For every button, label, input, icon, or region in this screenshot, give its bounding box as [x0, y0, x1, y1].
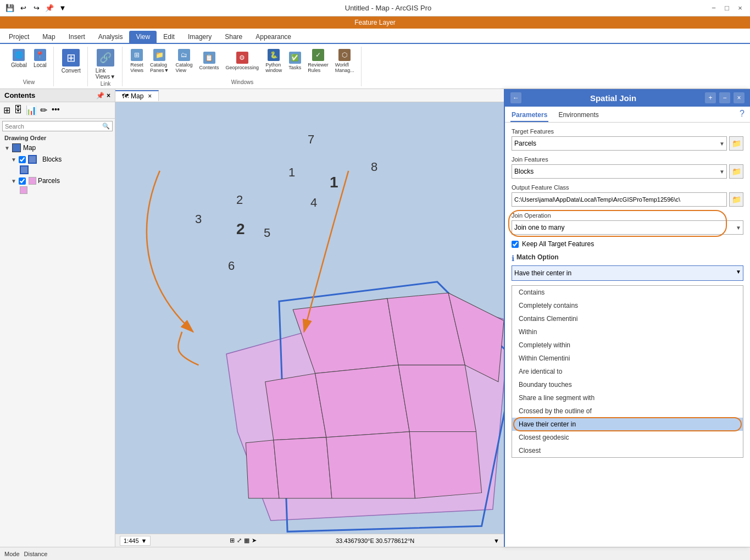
tab-environments[interactable]: Environments [557, 109, 599, 122]
reviewer-rules-btn[interactable]: ✓ ReviewerRules [305, 48, 331, 74]
link-views-btn[interactable]: 🔗 LinkViews▼ [93, 48, 118, 81]
geo-close-btn[interactable]: × [734, 92, 745, 103]
list-view-icon[interactable]: ⊞ [2, 104, 12, 116]
coord-unit-icon: ▼ [493, 537, 499, 544]
map-expand-icon[interactable]: ▼ [4, 145, 10, 151]
layer-group-parcels: ▼ Parcels [0, 175, 115, 186]
join-features-select[interactable]: Blocks [512, 164, 727, 179]
option-contains-clementini[interactable]: Contains Clementini [512, 312, 743, 325]
svg-marker-7 [315, 365, 410, 437]
option-within[interactable]: Within [512, 325, 743, 339]
geo-help-btn[interactable]: ? [740, 109, 745, 122]
option-closest-geodesic[interactable]: Closest geodesic [512, 431, 743, 444]
output-path-display[interactable]: C:\Users\jamal\AppData\Local\Temp\ArcGIS… [512, 192, 727, 207]
edit-view-icon[interactable]: ✏ [39, 104, 48, 116]
geo-add-btn[interactable]: + [705, 92, 716, 103]
keep-all-label: Keep All Target Features [522, 240, 594, 248]
pin-panel-icon[interactable]: 📌 [96, 92, 104, 99]
option-are-identical-to[interactable]: Are identical to [512, 365, 743, 378]
undo-btn[interactable]: ↩ [18, 3, 29, 14]
windows-icons: ⊞ ResetViews 📁 CatalogPanes▼ 🗂 CatalogVi… [128, 48, 356, 74]
search-input[interactable] [5, 123, 102, 130]
tab-map[interactable]: Map [36, 31, 62, 43]
match-option-select[interactable]: Have their center in [512, 265, 743, 281]
option-completely-within[interactable]: Completely within [512, 339, 743, 352]
grid-icon[interactable]: ⊞ [230, 537, 235, 544]
option-share-line-segment[interactable]: Share a line segment with [512, 391, 743, 404]
convert-btn[interactable]: ⊞ Convert [59, 48, 83, 75]
option-within-clementini[interactable]: Within Clementini [512, 352, 743, 365]
pin-btn[interactable]: 📌 [44, 3, 55, 14]
keep-all-checkbox[interactable] [512, 241, 519, 248]
reset-views-btn[interactable]: ⊞ ResetViews [128, 48, 146, 74]
tab-project[interactable]: Project [2, 31, 36, 43]
table-icon[interactable]: ▦ [244, 537, 249, 544]
tab-appearance[interactable]: Appearance [249, 31, 298, 43]
reviewer-label: ReviewerRules [308, 62, 329, 73]
chart-view-icon[interactable]: 📊 [25, 104, 38, 116]
blocks-layer-label[interactable]: Blocks [38, 154, 66, 164]
parcels-layer-label[interactable]: Parcels [38, 177, 60, 185]
local-btn[interactable]: 📍 Local [31, 48, 49, 69]
map-area: 🗺 Map × [115, 89, 504, 547]
map-tab-close[interactable]: × [148, 92, 152, 100]
close-panel-icon[interactable]: × [107, 92, 110, 99]
geo-back-btn[interactable]: ← [510, 92, 521, 103]
geoprocessing-label: Geoprocessing [226, 65, 259, 70]
blocks-swatch [28, 155, 37, 164]
option-boundary-touches[interactable]: Boundary touches [512, 378, 743, 391]
option-contains[interactable]: Contains [512, 286, 743, 299]
option-closest[interactable]: Closest [512, 444, 743, 457]
extent-icon[interactable]: ⤢ [237, 537, 242, 544]
navigate-icon[interactable]: ➤ [252, 537, 257, 544]
target-features-folder[interactable]: 📁 [729, 136, 743, 151]
maximize-window[interactable]: □ [721, 3, 732, 14]
scale-selector[interactable]: 1:445 ▼ [120, 536, 151, 546]
catalog-view-btn[interactable]: 🗂 CatalogView [174, 48, 195, 74]
workflow-manager-btn[interactable]: ⬡ WorkflManag... [333, 48, 357, 74]
close-window[interactable]: × [735, 3, 746, 14]
parcels-expand-icon[interactable]: ▼ [4, 178, 16, 184]
map-tab[interactable]: 🗺 Map × [115, 90, 159, 101]
option-completely-contains[interactable]: Completely contains [512, 299, 743, 312]
option-have-center-in[interactable]: Have their center in [512, 418, 743, 431]
tab-parameters[interactable]: Parameters [510, 109, 548, 122]
more-icon[interactable]: ••• [49, 104, 62, 116]
ribbon-group-windows: ⊞ ResetViews 📁 CatalogPanes▼ 🗂 CatalogVi… [124, 47, 361, 86]
tab-insert[interactable]: Insert [62, 31, 92, 43]
contents-btn[interactable]: 📋 Contents [197, 51, 221, 71]
tab-view[interactable]: View [129, 31, 157, 43]
catalog-view-label: CatalogView [176, 62, 193, 73]
search-box[interactable]: 🔍 [2, 121, 113, 131]
minimize-window[interactable]: − [708, 3, 719, 14]
blocks-checkbox[interactable] [19, 156, 26, 163]
option-crossed-by[interactable]: Crossed by the outline of [512, 404, 743, 418]
target-features-select[interactable]: Parcels [512, 136, 727, 151]
match-option-info-icon[interactable]: ℹ [512, 254, 514, 263]
match-dropdown-list[interactable]: Contains Completely contains Contains Cl… [512, 285, 743, 458]
dropdown-arrow[interactable]: ▼ [57, 3, 68, 14]
map-layer-label[interactable]: Map [23, 144, 36, 152]
tab-share[interactable]: Share [218, 31, 249, 43]
tab-edit[interactable]: Edit [157, 31, 181, 43]
join-features-row: Blocks ▼ 📁 [512, 164, 743, 179]
toolbar-icons: ⊞ 🗄 📊 ✏ ••• [2, 104, 62, 116]
tasks-btn[interactable]: ✅ Tasks [286, 51, 303, 71]
catalog-panes-btn[interactable]: 📁 CatalogPanes▼ [148, 48, 171, 74]
map-canvas[interactable]: 7 1 1 8 2 2 3 4 5 6 [115, 102, 504, 534]
geoprocessing-btn[interactable]: ⚙ Geoprocessing [224, 51, 262, 71]
qat-group: 💾 ↩ ↪ 📌 ▼ [4, 3, 68, 14]
db-view-icon[interactable]: 🗄 [13, 104, 24, 116]
tab-analysis[interactable]: Analysis [92, 31, 130, 43]
tab-imagery[interactable]: Imagery [181, 31, 218, 43]
redo-btn[interactable]: ↪ [31, 3, 42, 14]
join-features-folder[interactable]: 📁 [729, 164, 743, 179]
blocks-expand-icon[interactable]: ▼ [4, 157, 16, 163]
parcels-checkbox[interactable] [19, 178, 26, 185]
join-operation-select[interactable]: Join one to many [512, 220, 743, 235]
geo-minimize-btn[interactable]: − [719, 92, 730, 103]
save-btn[interactable]: 💾 [4, 3, 15, 14]
global-btn[interactable]: 🌐 Global [9, 48, 29, 69]
output-class-folder[interactable]: 📁 [729, 192, 743, 207]
python-window-btn[interactable]: 🐍 Pythonwindow [263, 48, 284, 74]
